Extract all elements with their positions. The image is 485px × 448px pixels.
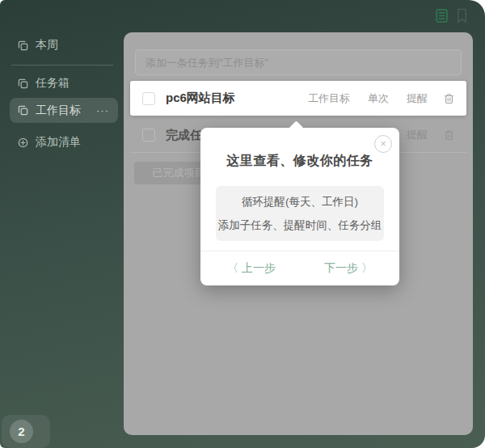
sidebar-item-this-week[interactable]: 本周 (10, 34, 121, 57)
trash-icon[interactable] (444, 129, 454, 141)
task-checkbox[interactable] (142, 129, 155, 142)
trash-icon[interactable] (444, 93, 454, 104)
more-icon[interactable]: ··· (96, 104, 109, 116)
sidebar-item-work-goals[interactable]: 工作目标 ··· (10, 98, 118, 123)
task-row[interactable]: pc6网站目标 工作目标 单次 提醒 (130, 81, 466, 116)
plus-circle-icon (18, 137, 28, 148)
pages-icon (18, 105, 28, 116)
tutorial-popup: × 这里查看、修改你的任务 循环提醒(每天、工作日) 添加子任务、提醒时间、任务… (200, 128, 399, 285)
task-repeat-tag[interactable]: 单次 (368, 91, 389, 106)
journal-icon[interactable] (433, 7, 449, 23)
popup-title: 这里查看、修改你的任务 (200, 153, 399, 170)
task-reminder-tag[interactable]: 提醒 (407, 128, 428, 142)
task-title: pc6网站目标 (166, 91, 235, 106)
popup-footer: 〈 上一步 下一步 〉 (200, 251, 399, 285)
sidebar-item-label: 本周 (36, 38, 58, 53)
app-window: 本周 任务箱 工作目标 ··· 添加清单 (0, 0, 485, 448)
task-list-tag[interactable]: 工作目标 (308, 91, 350, 106)
task-checkbox[interactable] (142, 92, 155, 105)
pages-icon (18, 78, 28, 89)
add-task-input[interactable] (135, 49, 462, 75)
next-step-button[interactable]: 下一步 〉 (324, 261, 373, 276)
sidebar-item-label: 工作目标 (36, 104, 81, 118)
popup-tip: 添加子任务、提醒时间、任务分组 (216, 213, 384, 237)
popup-tip-box: 循环提醒(每天、工作日) 添加子任务、提醒时间、任务分组 (216, 186, 384, 241)
sidebar-item-inbox[interactable]: 任务箱 (10, 72, 121, 95)
sidebar-item-add-list[interactable]: 添加清单 (10, 131, 121, 154)
pages-icon (18, 40, 28, 51)
bookmark-icon[interactable] (455, 7, 468, 23)
sidebar-item-label: 任务箱 (36, 76, 70, 91)
sidebar-item-label: 添加清单 (36, 135, 81, 150)
sidebar-divider (11, 65, 113, 66)
task-reminder-tag[interactable]: 提醒 (407, 91, 428, 106)
prev-step-button[interactable]: 〈 上一步 (227, 261, 276, 276)
popup-tip: 循环提醒(每天、工作日) (216, 190, 384, 213)
step-count-badge: 2 (10, 420, 33, 443)
close-icon[interactable]: × (374, 135, 392, 153)
